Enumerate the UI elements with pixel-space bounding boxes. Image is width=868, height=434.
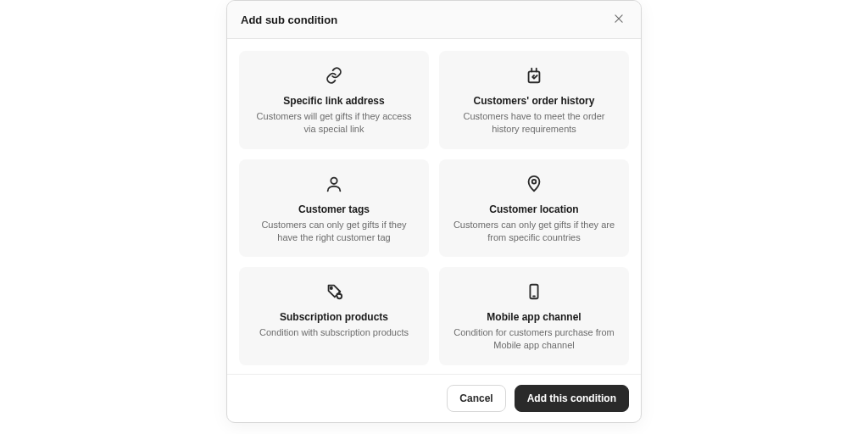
svg-point-4 xyxy=(532,180,537,184)
card-title: Specific link address xyxy=(283,95,384,107)
card-title: Subscription products xyxy=(280,311,388,323)
svg-point-3 xyxy=(331,177,337,183)
card-desc: Customers can only get gifts if they are… xyxy=(451,219,617,244)
card-mobile-app-channel[interactable]: Mobile app channel Condition for custome… xyxy=(439,267,629,365)
modal-body: Specific link address Customers will get… xyxy=(227,39,641,374)
mobile-phone-icon xyxy=(525,282,543,301)
card-subscription-products[interactable]: Subscription products Condition with sub… xyxy=(239,267,429,365)
modal-backdrop: Add sub condition Specific link address xyxy=(0,0,868,434)
cancel-button[interactable]: Cancel xyxy=(447,385,505,412)
card-desc: Condition for customers purchase from Mo… xyxy=(451,326,617,352)
card-title: Mobile app channel xyxy=(487,311,581,323)
card-desc: Condition with subscription products xyxy=(259,326,409,339)
card-title: Customers' order history xyxy=(474,95,595,107)
modal-title: Add sub condition xyxy=(241,14,337,26)
card-desc: Customers will get gifts if they access … xyxy=(251,110,417,136)
card-customer-tags[interactable]: Customer tags Customers can only get gif… xyxy=(239,159,429,258)
card-customer-location[interactable]: Customer location Customers can only get… xyxy=(439,159,629,258)
modal-header: Add sub condition xyxy=(227,1,641,39)
person-icon xyxy=(325,175,343,193)
card-order-history[interactable]: Customers' order history Customers have … xyxy=(439,51,629,149)
add-condition-button[interactable]: Add this condition xyxy=(515,385,629,412)
close-button[interactable] xyxy=(610,11,627,28)
card-title: Customer location xyxy=(489,203,578,215)
card-title: Customer tags xyxy=(298,203,370,215)
modal-footer: Cancel Add this condition xyxy=(227,374,641,422)
add-sub-condition-modal: Add sub condition Specific link address xyxy=(226,0,642,423)
card-specific-link-address[interactable]: Specific link address Customers will get… xyxy=(239,51,429,149)
svg-point-5 xyxy=(331,287,332,289)
link-icon xyxy=(325,66,343,85)
svg-rect-2 xyxy=(529,71,540,82)
card-desc: Customers have to meet the order history… xyxy=(451,110,617,136)
location-pin-icon xyxy=(525,175,543,193)
close-icon xyxy=(613,13,625,27)
card-desc: Customers can only get gifts if they hav… xyxy=(251,219,417,244)
history-icon xyxy=(525,66,543,85)
tag-refresh-icon xyxy=(325,282,343,301)
